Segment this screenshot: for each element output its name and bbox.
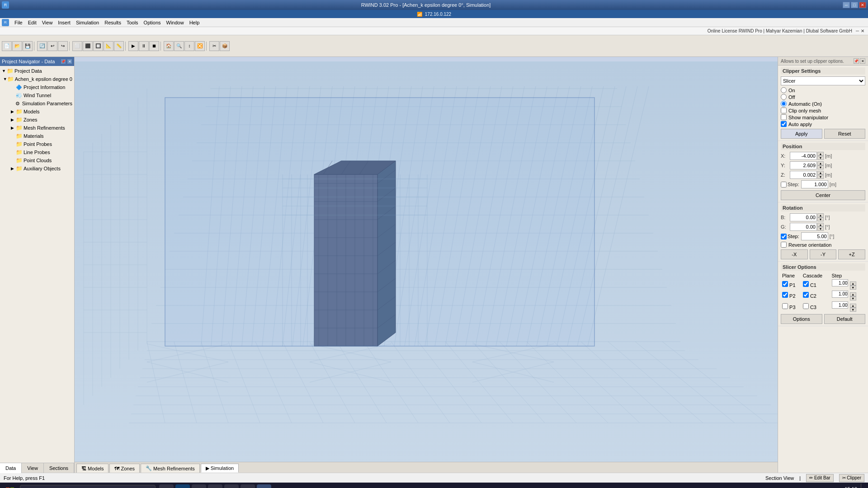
p3-plane-checkbox[interactable]: [782, 303, 788, 309]
p3-up[interactable]: ▲: [850, 304, 856, 308]
menu-help[interactable]: Help: [187, 19, 203, 26]
tree-sim-params[interactable]: ⚙ Simulation Parameters: [1, 99, 73, 108]
menu-view[interactable]: View: [39, 19, 56, 26]
taskbar-app-task-view[interactable]: [159, 484, 174, 488]
toolbar-btn7[interactable]: 📐: [104, 41, 113, 51]
toolbar-btn10[interactable]: ⏸: [139, 41, 149, 51]
clip-mesh-checkbox[interactable]: [781, 108, 787, 113]
viewport[interactable]: 🏗 Models 🗺 Zones 🔧 Mesh Refinements ▶ Si…: [75, 57, 778, 473]
p3-step-input[interactable]: [832, 301, 848, 309]
taskbar-app-explorer[interactable]: 📁: [192, 484, 206, 488]
bottom-tab-view[interactable]: View: [22, 463, 44, 473]
rot-b-input[interactable]: [790, 213, 817, 221]
rot-b-up[interactable]: ▲: [817, 213, 824, 217]
reverse-orient-checkbox[interactable]: [781, 242, 787, 248]
step-checkbox[interactable]: [781, 182, 787, 188]
p2-up[interactable]: ▲: [850, 292, 856, 296]
license-close[interactable]: ✕: [861, 28, 864, 33]
p1-up[interactable]: ▲: [850, 282, 856, 286]
p3-down[interactable]: ▼: [850, 308, 856, 312]
pos-x-up[interactable]: ▲: [817, 152, 824, 156]
taskbar-app-store[interactable]: 🛍: [241, 484, 255, 488]
toolbar-view3[interactable]: ↕: [184, 41, 194, 51]
c2-checkbox[interactable]: [803, 292, 809, 298]
toolbar-view1[interactable]: 🏠: [164, 41, 174, 51]
bottom-tab-data[interactable]: Data: [0, 463, 22, 473]
taskbar-search[interactable]: 🔍 Type here to search: [20, 485, 156, 488]
toolbar-btn8[interactable]: 📏: [114, 41, 124, 51]
apply-button[interactable]: Apply: [781, 129, 822, 139]
tree-point-clouds[interactable]: 📁 Point Clouds: [1, 156, 73, 164]
tree-point-probes[interactable]: 📁 Point Probes: [1, 140, 73, 148]
start-button[interactable]: [2, 483, 18, 488]
bottom-tab-sections[interactable]: Sections: [44, 463, 74, 473]
tree-materials[interactable]: 📁 Materials: [1, 132, 73, 140]
taskbar-app-chrome[interactable]: 🔵: [208, 484, 222, 488]
show-manipulator-checkbox[interactable]: [781, 114, 787, 120]
rot-b-down[interactable]: ▼: [817, 217, 824, 221]
taskbar-app-mail[interactable]: ✉: [224, 484, 239, 488]
license-minimize[interactable]: ─: [856, 28, 859, 33]
radio-off[interactable]: [781, 94, 787, 100]
viewport-tab-mesh-refinements[interactable]: 🔧 Mesh Refinements: [141, 464, 200, 473]
viewport-tab-simulation[interactable]: ▶ Simulation: [201, 464, 239, 473]
center-button[interactable]: Center: [781, 190, 865, 200]
toolbar-btn6[interactable]: 🔲: [93, 41, 103, 51]
toolbar-btn9[interactable]: ▶: [128, 41, 138, 51]
p2-plane-checkbox[interactable]: [782, 292, 788, 298]
toolbar-save[interactable]: 💾: [23, 41, 33, 51]
menu-file[interactable]: File: [12, 19, 25, 26]
tree-project-info[interactable]: 🔷 Project Information: [1, 83, 73, 91]
menu-results[interactable]: Results: [102, 19, 124, 26]
pos-x-input[interactable]: [790, 152, 817, 160]
tree-root-project[interactable]: ▼ 📁 Project Data: [1, 67, 73, 75]
taskbar-app-edge[interactable]: 🌐: [175, 484, 190, 488]
tree-project-node[interactable]: ▼ 📁 Achen_k epsilon degree 0: [1, 75, 73, 83]
viewport-tab-models[interactable]: 🏗 Models: [76, 464, 108, 473]
tree-wind-tunnel[interactable]: 💨 Wind Tunnel: [1, 91, 73, 99]
p1-plane-checkbox[interactable]: [782, 281, 788, 287]
menu-edit[interactable]: Edit: [25, 19, 39, 26]
rot-g-input[interactable]: [790, 223, 817, 231]
maximize-btn[interactable]: □: [851, 2, 858, 8]
pos-y-up[interactable]: ▲: [817, 161, 824, 165]
clipper-close[interactable]: ✕: [860, 58, 865, 64]
edit-bar-button[interactable]: ✏ Edit Bar: [806, 474, 833, 482]
auto-apply-checkbox[interactable]: [781, 121, 787, 127]
close-btn[interactable]: ✕: [859, 2, 866, 8]
step-input[interactable]: [801, 180, 828, 188]
toolbar-btn5[interactable]: ⬛: [83, 41, 93, 51]
p1-down[interactable]: ▼: [850, 286, 856, 290]
show-desktop-btn[interactable]: [861, 483, 863, 488]
c3-checkbox[interactable]: [803, 303, 809, 309]
toolbar-btn2[interactable]: ↩: [47, 41, 57, 51]
tree-aux-objects[interactable]: ▶ 📁 Auxiliary Objects: [1, 164, 73, 173]
toolbar-new[interactable]: 📄: [2, 41, 12, 51]
radio-on[interactable]: [781, 87, 787, 93]
toolbar-btn4[interactable]: ⬜: [72, 41, 82, 51]
tree-models[interactable]: ▶ 📁 Models: [1, 108, 73, 116]
toolbar-open[interactable]: 📂: [12, 41, 22, 51]
tree-mesh-ref[interactable]: ▶ 📁 Mesh Refinements: [1, 124, 73, 132]
p2-step-input[interactable]: [832, 291, 848, 298]
nav-pin[interactable]: 📌: [61, 59, 66, 64]
toolbar-view4[interactable]: 🔀: [195, 41, 205, 51]
pos-z-input[interactable]: [790, 171, 817, 179]
options-button[interactable]: Options: [781, 314, 822, 324]
toolbar-clip1[interactable]: ✂: [209, 41, 219, 51]
pos-y-down[interactable]: ▼: [817, 165, 824, 169]
pos-z-up[interactable]: ▲: [817, 171, 824, 175]
p1-step-input[interactable]: [832, 279, 848, 286]
toolbar-btn1[interactable]: 🔄: [37, 41, 47, 51]
menu-insert[interactable]: Insert: [55, 19, 73, 26]
pos-x-down[interactable]: ▼: [817, 156, 824, 160]
neg-x-button[interactable]: -X: [781, 249, 808, 259]
minimize-btn[interactable]: ─: [843, 2, 850, 8]
menu-simulation[interactable]: Simulation: [73, 19, 102, 26]
viewport-tab-zones[interactable]: 🗺 Zones: [109, 464, 140, 473]
tree-zones[interactable]: ▶ 📁 Zones: [1, 116, 73, 124]
clock[interactable]: 15:18 09.10.2024: [832, 486, 857, 488]
toolbar-btn3[interactable]: ↪: [58, 41, 68, 51]
menu-tools[interactable]: Tools: [124, 19, 141, 26]
taskbar-app-rwind[interactable]: R: [257, 484, 271, 488]
